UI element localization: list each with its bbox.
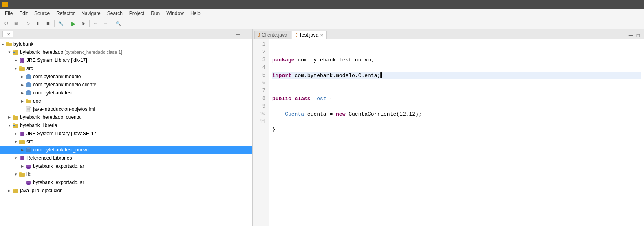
toolbar-btn-2[interactable]: ⊞: [11, 19, 20, 28]
title-bar: [0, 0, 644, 9]
menu-item-file[interactable]: File: [2, 10, 16, 17]
tree-item-java-introduccion[interactable]: java-introduccion-objetos.iml: [0, 105, 252, 113]
line-number-4: 4: [254, 64, 265, 72]
tree-item-com.bytebank.test_nuevo[interactable]: ▶com.bytebank.test_nuevo: [0, 146, 252, 154]
panel-actions: — □: [234, 31, 250, 38]
tree-item-com.bytebank.modelo[interactable]: ▶com.bytebank.modelo: [0, 72, 252, 81]
code-token: Test: [313, 95, 326, 103]
code-line-8: Cuenta cuenta = new CuentaCorriente(12,1…: [272, 110, 641, 118]
tree-item-doc[interactable]: ▶doc: [0, 97, 252, 105]
code-token: ▌: [380, 72, 384, 79]
tree-item-lib[interactable]: ▼lib: [0, 170, 252, 178]
tree-arrow-doc[interactable]: ▶: [20, 98, 25, 104]
code-line-2: [272, 64, 641, 72]
tree-item-src2[interactable]: ▼src: [0, 138, 252, 146]
tab-close-test[interactable]: ✕: [320, 33, 323, 37]
tree-arrow-java_pila[interactable]: ▶: [7, 188, 12, 193]
tree-arrow-com.bytebank.test[interactable]: ▶: [20, 90, 25, 96]
tree-icon-folder: [6, 41, 12, 47]
tree-item-bytebank_libreria[interactable]: ▼bytebank_libreria: [0, 121, 252, 129]
menu-item-project[interactable]: Project: [126, 10, 148, 17]
toolbar-btn-1[interactable]: ⬡: [2, 19, 11, 28]
tree-label-bytebank_heredado: bytebank_heredado [bytebank_heredado cla…: [20, 49, 122, 55]
line-number-10: 10: [254, 110, 265, 118]
tree-icon-folder: [12, 114, 19, 121]
menu-item-window[interactable]: Window: [163, 10, 187, 17]
menu-item-search[interactable]: Search: [104, 10, 126, 17]
tree-item-com.bytebank.modelo.cliente[interactable]: ▶com.bytebank.modelo.cliente: [0, 81, 252, 89]
tree-item-java_pila[interactable]: ▶java_pila_ejecucion: [0, 187, 252, 195]
tree-icon-folder: [19, 138, 25, 145]
tree-item-bytebank-jar[interactable]: ▶bytebank_exportado.jar: [0, 162, 252, 170]
toolbar-btn-3[interactable]: ▷: [24, 19, 33, 28]
tree-arrow-bytebank_libreria[interactable]: ▼: [7, 123, 12, 128]
tab-action-min[interactable]: —: [627, 32, 635, 39]
code-token: com.bytebank.test_nuevo;: [295, 56, 374, 64]
menu-item-refactor[interactable]: Refactor: [53, 10, 78, 17]
tree-arrow-src[interactable]: ▼: [13, 66, 19, 71]
tree-item-bytebank_heredado_cuenta[interactable]: ▶bytebank_heredado_cuenta: [0, 113, 252, 121]
svg-rect-32: [19, 140, 22, 141]
code-editor[interactable]: 1234567891011 package com.bytebank.test_…: [253, 39, 644, 226]
toolbar-btn-6[interactable]: 🔧: [56, 19, 65, 28]
line-number-11: 11: [254, 118, 265, 126]
toolbar-btn-8[interactable]: ⇦: [91, 19, 100, 28]
svg-rect-16: [26, 100, 31, 103]
panel-minimize[interactable]: —: [234, 31, 242, 38]
tree-icon-project: [12, 49, 19, 55]
tree-arrow-java-introduccion[interactable]: [20, 106, 25, 112]
menu-item-edit[interactable]: Edit: [16, 10, 31, 17]
tab-action-max[interactable]: □: [635, 32, 641, 39]
tree-item-bytebank_heredado[interactable]: ▼bytebank_heredado [bytebank_heredado cl…: [0, 48, 252, 56]
tree-arrow-bytebank[interactable]: ▶: [0, 41, 6, 47]
panel-maximize[interactable]: □: [243, 31, 250, 38]
tree-item-jre-system[interactable]: ▶JRE System Library [jdk-17]: [0, 56, 252, 64]
tree-arrow-bytebank-jar[interactable]: ▶: [20, 163, 25, 169]
editor-tab-cliente[interactable]: JCliente.java: [254, 31, 291, 39]
menu-item-source[interactable]: Source: [31, 10, 53, 17]
toolbar-btn-4[interactable]: ⏸: [34, 19, 43, 28]
code-token: import: [272, 72, 291, 79]
code-content[interactable]: package com.bytebank.test_nuevo; import …: [269, 39, 644, 226]
menu-item-run[interactable]: Run: [148, 10, 163, 17]
code-token: [291, 95, 295, 103]
code-token: [272, 110, 285, 118]
tree-arrow-lib[interactable]: ▼: [13, 171, 19, 177]
toolbar-search[interactable]: 🔍: [114, 19, 123, 28]
menu-item-help[interactable]: Help: [187, 10, 204, 17]
toolbar-btn-9[interactable]: ⇨: [101, 19, 110, 28]
toolbar-btn-5[interactable]: ⏹: [44, 19, 53, 28]
package-explorer-panel: ✕ — □ ▶bytebank▼bytebank_heredado [byteb…: [0, 29, 253, 226]
tree-item-src[interactable]: ▼src: [0, 64, 252, 72]
tree-item-ref-libs[interactable]: ▼Referenced Libraries: [0, 154, 252, 162]
tree-arrow-com.bytebank.modelo.cliente[interactable]: ▶: [20, 82, 25, 88]
toolbar-run[interactable]: ▶: [69, 19, 78, 28]
line-number-6: 6: [254, 79, 265, 87]
tree-label-bytebank_heredado_cuenta: bytebank_heredado_cuenta: [20, 114, 81, 120]
line-number-9: 9: [254, 103, 265, 110]
editor-tab-test[interactable]: JTest.java ✕: [292, 31, 327, 39]
tree-item-jre-system-2[interactable]: ▶JRE System Library [JavaSE-17]: [0, 129, 252, 138]
line-number-3: 3: [254, 56, 265, 64]
tree-arrow-jre-system[interactable]: ▶: [13, 57, 19, 63]
tree-arrow-src2[interactable]: ▼: [13, 139, 19, 145]
line-number-2: 2: [254, 48, 265, 56]
svg-rect-0: [6, 43, 12, 46]
tree-arrow-bytebank_heredado_cuenta[interactable]: ▶: [7, 114, 12, 120]
package-explorer-close[interactable]: ✕: [7, 32, 10, 37]
tree-item-bytebank-jar2[interactable]: bytebank_exportado.jar: [0, 178, 252, 187]
menu-item-navigate[interactable]: Navigate: [78, 10, 104, 17]
tree-item-com.bytebank.test[interactable]: ▶com.bytebank.test: [0, 89, 252, 97]
tree-arrow-com.bytebank.test_nuevo[interactable]: ▶: [20, 147, 25, 153]
tree-arrow-bytebank-jar2[interactable]: [20, 180, 25, 185]
tree-arrow-jre-system-2[interactable]: ▶: [13, 131, 19, 136]
tree-arrow-ref-libs[interactable]: ▼: [13, 155, 19, 161]
tree-arrow-bytebank_heredado[interactable]: ▼: [7, 49, 12, 55]
toolbar-sep-2: [54, 20, 55, 27]
tree-item-bytebank[interactable]: ▶bytebank: [0, 40, 252, 48]
code-line-7: [272, 103, 641, 110]
package-explorer-tab[interactable]: ✕: [2, 31, 13, 37]
line-number-5: 5: [254, 72, 265, 79]
toolbar-btn-7[interactable]: ⚙: [79, 19, 88, 28]
tree-arrow-com.bytebank.modelo[interactable]: ▶: [20, 74, 25, 79]
